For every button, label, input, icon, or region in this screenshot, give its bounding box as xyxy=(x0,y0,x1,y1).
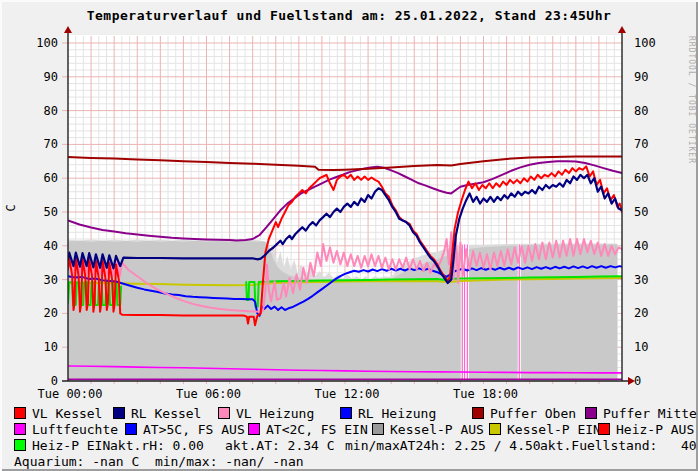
y-tick-right-100: 100 xyxy=(634,37,668,50)
y-tick-right-70: 70 xyxy=(634,138,668,151)
legend-stat-0: akt.rH: 0.00 xyxy=(110,439,204,453)
legend-swatch-icon xyxy=(585,407,597,419)
y-tick-right-10: 10 xyxy=(634,341,668,354)
legend-swatch-icon xyxy=(598,423,610,435)
legend-item-rl-heizung: RL Heizung xyxy=(340,407,436,421)
y-tick-left-90: 90 xyxy=(28,71,58,84)
y-tick-right-50: 50 xyxy=(634,206,668,219)
legend-item-puffer-oben: Puffer Oben xyxy=(472,407,576,421)
legend-swatch-icon xyxy=(372,423,384,435)
legend-swatch-icon xyxy=(14,439,26,451)
legend-label: Luftfeuchte xyxy=(32,422,118,437)
legend-aquarium-text: Aquarium: -nan C min/max: -nan/ -nan xyxy=(14,455,304,469)
y-tick-left-30: 30 xyxy=(28,274,58,287)
legend-item-kessel-p-aus: Kessel-P AUS xyxy=(372,423,484,437)
rrdtool-watermark: RRDTOOL / TOBI OETIKER xyxy=(687,36,696,164)
legend-label: Heiz-P EIN xyxy=(32,438,110,453)
y-tick-right-40: 40 xyxy=(634,240,668,253)
y-tick-right-80: 80 xyxy=(634,105,668,118)
legend-swatch-icon xyxy=(113,407,125,419)
legend-label: Puffer Mitte xyxy=(603,406,697,421)
y-axis-left-arrow-icon xyxy=(64,26,72,33)
legend-swatch-icon xyxy=(14,423,26,435)
legend-label: VL Heizung xyxy=(236,406,314,421)
x-tick-12: Tue 12:00 xyxy=(307,388,387,401)
y-tick-left-20: 20 xyxy=(28,307,58,320)
y-tick-right-90: 90 xyxy=(634,71,668,84)
legend-item-vl-heizung: VL Heizung xyxy=(218,407,314,421)
x-tick-6: Tue 06:00 xyxy=(169,388,249,401)
legend-item-heiz-p-ein: Heiz-P EIN xyxy=(14,439,110,453)
y-axis-right-arrow-icon xyxy=(618,26,626,33)
legend-label: RL Kessel xyxy=(131,406,201,421)
legend-swatch-icon xyxy=(248,423,260,435)
legend-stat-3: akt.Fuellstand: 40 xyxy=(540,439,697,453)
legend-item-at-5c-fs-aus: AT>5C, FS AUS xyxy=(125,423,245,437)
legend-item-luftfeuchte: Luftfeuchte xyxy=(14,423,118,437)
y-tick-left-10: 10 xyxy=(28,341,58,354)
x-tick-0: Tue 00:00 xyxy=(30,388,110,401)
legend-swatch-icon xyxy=(489,423,501,435)
legend-stat-1: akt.AT: 2.34 C xyxy=(225,439,335,453)
legend-label: RL Heizung xyxy=(358,406,436,421)
legend-label: Kessel-P EIN xyxy=(507,422,601,437)
legend-item-puffer-mitte: Puffer Mitte xyxy=(585,407,697,421)
y-tick-left-50: 50 xyxy=(28,206,58,219)
legend-item-kessel-p-ein: Kessel-P EIN xyxy=(489,423,601,437)
legend-label: Heiz-P AUS xyxy=(616,422,694,437)
legend-item-rl-kessel: RL Kessel xyxy=(113,407,201,421)
legend-swatch-icon xyxy=(340,407,352,419)
y-tick-right-60: 60 xyxy=(634,172,668,185)
y-tick-left-70: 70 xyxy=(28,138,58,151)
legend-stat-2: min/maxAT24h: 2.25 / 4.50 xyxy=(345,439,541,453)
legend-item-vl-kessel: VL Kessel xyxy=(14,407,102,421)
legend-swatch-icon xyxy=(125,423,137,435)
y-tick-left-40: 40 xyxy=(28,240,58,253)
legend-label: Puffer Oben xyxy=(490,406,576,421)
legend-label: VL Kessel xyxy=(32,406,102,421)
x-tick-18: Tue 18:00 xyxy=(446,388,526,401)
y-tick-right-30: 30 xyxy=(634,274,668,287)
legend-item-heiz-p-aus: Heiz-P AUS xyxy=(598,423,694,437)
legend-label: AT>5C, FS AUS xyxy=(143,422,245,437)
y-tick-left-60: 60 xyxy=(28,172,58,185)
legend-swatch-icon xyxy=(218,407,230,419)
rrdtool-graph-window: Temperaturverlauf und Fuellstand am: 25.… xyxy=(0,0,698,471)
legend-swatch-icon xyxy=(472,407,484,419)
legend-label: AT<2C, FS EIN xyxy=(266,422,368,437)
legend-swatch-icon xyxy=(14,407,26,419)
y-tick-right-20: 20 xyxy=(634,307,668,320)
y-tick-left-100: 100 xyxy=(28,37,58,50)
legend-label: Kessel-P AUS xyxy=(390,422,484,437)
y-tick-left-80: 80 xyxy=(28,105,58,118)
legend-item-at-2c-fs-ein: AT<2C, FS EIN xyxy=(248,423,368,437)
y-tick-right-0: 0 xyxy=(634,375,668,388)
